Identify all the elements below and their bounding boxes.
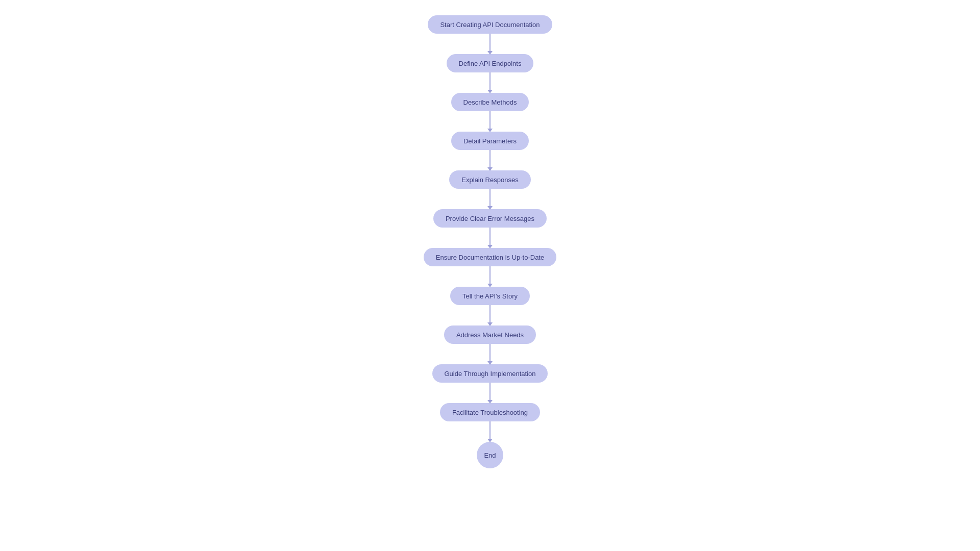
connector-2 [489, 111, 491, 132]
connector-5 [489, 228, 491, 248]
node-tell: Tell the API's Story [450, 287, 530, 305]
connector-9 [489, 383, 491, 403]
node-end: End [477, 442, 503, 468]
node-define: Define API Endpoints [447, 54, 534, 72]
connector-4 [489, 189, 491, 209]
node-start: Start Creating API Documentation [428, 15, 552, 34]
node-facilitate: Facilitate Troubleshooting [440, 403, 540, 421]
connector-6 [489, 266, 491, 287]
connector-1 [489, 72, 491, 93]
connector-10 [489, 421, 491, 442]
node-detail: Detail Parameters [451, 132, 529, 150]
connector-0 [489, 34, 491, 54]
node-guide: Guide Through Implementation [432, 364, 548, 383]
connector-3 [489, 150, 491, 170]
connector-8 [489, 344, 491, 364]
connector-7 [489, 305, 491, 325]
node-ensure: Ensure Documentation is Up-to-Date [424, 248, 556, 266]
node-address: Address Market Needs [444, 325, 536, 344]
flowchart: Start Creating API Documentation Define … [0, 0, 980, 551]
node-describe: Describe Methods [451, 93, 529, 111]
node-provide: Provide Clear Error Messages [433, 209, 547, 228]
node-explain: Explain Responses [449, 170, 530, 189]
